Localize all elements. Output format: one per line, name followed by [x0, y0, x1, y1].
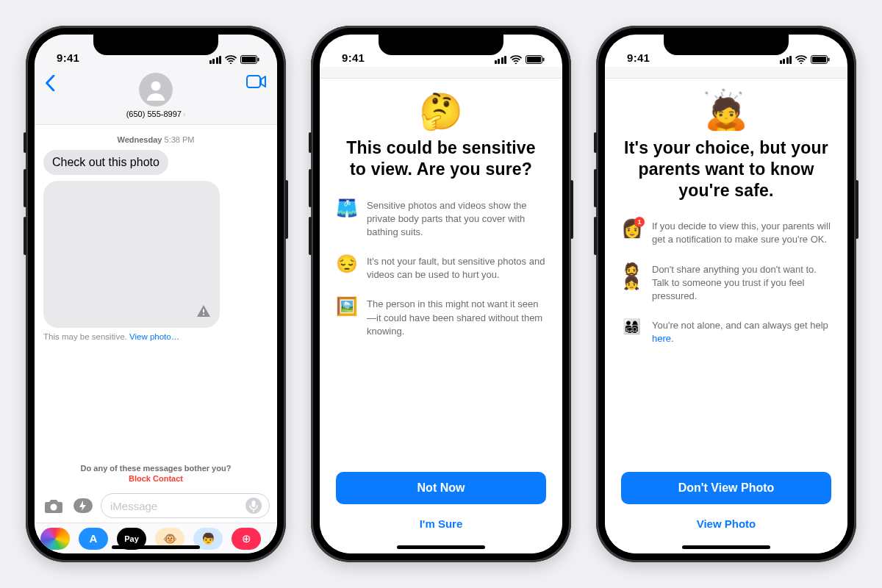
sensitive-caption: This may be sensitive. View photo…	[43, 332, 268, 341]
bow-person-icon: ❟ ❟ ❟ 🙇	[621, 90, 831, 130]
warning-title: This could be sensitive to view. Are you…	[336, 137, 546, 180]
block-contact-link[interactable]: Block Contact	[43, 474, 268, 483]
phone-warning-2: 9:41 ❟ ❟ ❟ 🙇 It's your choice, but your …	[596, 26, 856, 562]
parent-avatar-icon: 👩 1	[621, 220, 642, 237]
sheet-peek	[320, 67, 562, 79]
back-button[interactable]	[45, 75, 55, 91]
svg-point-7	[51, 504, 57, 511]
phone-messages: 9:41	[26, 26, 286, 562]
svg-rect-12	[527, 57, 541, 62]
svg-rect-1	[242, 57, 256, 62]
list-item: 👨‍👩‍👧‍👦 You're not alone, and can always…	[621, 319, 831, 345]
home-indicator[interactable]	[112, 545, 200, 549]
warning-list: 🩳 Sensitive photos and videos show the p…	[336, 199, 546, 339]
dont-view-photo-button[interactable]: Don't View Photo	[621, 472, 831, 504]
bother-question: Do any of these messages bother you?	[43, 464, 268, 473]
cellular-signal-icon	[780, 56, 792, 64]
contact-avatar[interactable]	[139, 73, 173, 107]
hashtag-images-app-icon[interactable]: ⊕	[232, 528, 261, 550]
facetime-button[interactable]	[246, 75, 267, 91]
dictation-icon[interactable]	[244, 496, 263, 515]
battery-icon	[811, 55, 830, 64]
svg-rect-10	[252, 501, 256, 507]
trusted-adult-icon: 🧔👧	[621, 263, 642, 290]
svg-rect-13	[543, 58, 545, 62]
list-item: 🖼️ The person in this might not want it …	[336, 298, 546, 338]
sad-face-icon: 😔	[336, 255, 356, 273]
phone-warning-1: 9:41 🤔 This could be sensitive to view. …	[311, 26, 571, 562]
wifi-icon	[225, 55, 237, 64]
svg-rect-3	[247, 76, 260, 87]
conversation-header: (650) 555-8997›	[35, 67, 277, 125]
list-item: 🩳 Sensitive photos and videos show the p…	[336, 199, 546, 240]
svg-rect-5	[203, 309, 204, 313]
message-bubble-text[interactable]: Check out this photo	[43, 150, 168, 175]
warning-title: It's your choice, but your parents want …	[621, 137, 831, 201]
message-timestamp: Wednesday 5:38 PM	[43, 135, 268, 144]
thinking-face-icon: 🤔	[336, 90, 546, 130]
view-photo-button[interactable]: View Photo	[621, 513, 831, 534]
cellular-signal-icon	[495, 56, 507, 64]
picture-frame-icon: 🖼️	[336, 298, 356, 315]
app-drawer-icon[interactable]	[71, 494, 95, 517]
svg-point-4	[151, 82, 161, 91]
view-photo-link[interactable]: View photo…	[129, 332, 179, 341]
help-here-link[interactable]: here.	[652, 333, 674, 344]
notch	[93, 35, 218, 55]
cellular-signal-icon	[209, 56, 222, 64]
message-input-bar: iMessage	[35, 489, 277, 523]
svg-rect-2	[258, 58, 259, 62]
im-sure-button[interactable]: I'm Sure	[336, 513, 546, 534]
battery-icon	[240, 55, 259, 64]
svg-rect-16	[828, 58, 830, 62]
home-indicator[interactable]	[397, 545, 485, 549]
camera-icon[interactable]	[42, 494, 65, 517]
music-app-icon[interactable]: 🎵	[270, 528, 277, 550]
notch	[379, 35, 503, 55]
swimsuit-icon: 🩳	[336, 199, 356, 217]
list-item: 👩 1 If you decide to view this, your par…	[621, 220, 831, 246]
message-input[interactable]: iMessage	[101, 493, 270, 518]
home-indicator[interactable]	[682, 545, 770, 549]
wifi-icon	[510, 55, 522, 64]
appstore-app-icon[interactable]: A	[79, 528, 108, 550]
photos-app-icon[interactable]	[40, 528, 70, 550]
warning-icon	[196, 304, 211, 320]
list-item: 🧔👧 Don't share anything you don't want t…	[621, 263, 831, 304]
list-item: 😔 It's not your fault, but sensitive pho…	[336, 255, 546, 282]
notch	[664, 35, 789, 55]
sheet-peek	[605, 67, 847, 79]
battery-icon	[526, 55, 545, 64]
contact-name[interactable]: (650) 555-8997›	[126, 110, 186, 118]
svg-rect-15	[812, 57, 826, 62]
message-bubble-image-blurred[interactable]	[43, 181, 220, 328]
warning-list: 👩 1 If you decide to view this, your par…	[621, 220, 831, 345]
not-now-button[interactable]: Not Now	[336, 472, 546, 504]
svg-point-6	[203, 314, 204, 315]
family-icon: 👨‍👩‍👧‍👦	[621, 319, 642, 334]
wifi-icon	[795, 55, 807, 64]
